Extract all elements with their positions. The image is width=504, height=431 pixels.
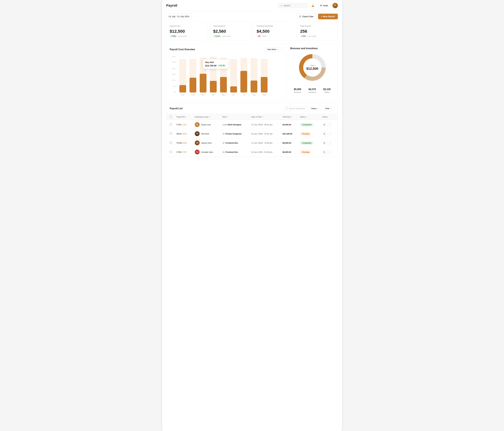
stat-sub-payroll-cost: Last month [178,35,187,37]
row-role-0: Lead UI/UX Designer [220,120,249,129]
svg-text:$25k: $25k [172,61,176,63]
row-select-3[interactable] [170,151,172,153]
stat-badge-pending-payments: -50 [257,35,261,37]
svg-rect-26 [200,74,206,92]
bonus-item-label-others: Others [321,91,333,93]
svg-text:Jul: Jul [243,94,245,96]
search-bar[interactable] [278,3,308,8]
delete-button-2[interactable] [322,141,326,145]
svg-text:Feb: Feb [191,94,195,96]
stat-value-payroll-cost: $12,500 [170,29,204,34]
stat-meta-total-expense: ↗ 0.1% Last month [213,35,247,37]
status-badge-0: Completed [300,123,314,126]
date-range-button[interactable]: 01 July - 31 July 2024 [166,14,192,19]
notification-button[interactable]: 🔔 [310,3,316,9]
list-title: Payroll List [170,107,183,110]
table-row: PYRL-1201 GL Grace Lina Lead UI/UX Desig… [166,120,338,129]
stat-sub-total-expense: Last month [222,35,231,37]
new-payroll-button[interactable]: + New Payroll [318,14,338,19]
stat-label-total-expense: Total Expense [213,25,247,27]
row-id-2: FGHE-0935 [174,138,193,147]
list-card: Payroll List Search employees Status Rol… [166,103,338,157]
search-input[interactable] [284,4,305,7]
bonus-item-val-incentives: $4,375 [306,88,318,91]
delete-button-1[interactable] [322,132,326,136]
row-checkbox-3[interactable] [166,147,174,157]
stat-meta-payroll-cost: ↗ 20% Last month [170,35,204,37]
table-row: MKHL-3020 TK Ted Kord Sr. Product Engine… [166,129,338,138]
col-date[interactable]: Date & Time ⇅ [249,114,280,120]
svg-text:May: May [222,94,225,96]
select-all-checkbox[interactable] [170,116,172,118]
search-employees-icon [286,108,288,109]
donut-center-label: Total [306,64,318,67]
more-options-button-3[interactable] [328,150,332,154]
view-more-button[interactable]: View More [265,47,281,52]
row-checkbox-2[interactable] [166,138,174,147]
toolbar: 01 July - 31 July 2024 Export Data + New… [162,11,342,22]
row-action-0 [320,120,338,129]
status-filter-button[interactable]: Status [309,106,322,111]
svg-point-57 [330,134,330,134]
delete-button-0[interactable] [322,122,326,127]
row-date-1: 20 Jun, 2024 - 07:01 am [249,129,280,138]
col-total-pay[interactable]: Total Pay ⇅ [280,114,298,120]
stat-sub-total-payroll: Last month [307,35,316,37]
more-vertical-icon-2 [329,142,331,144]
invite-button[interactable]: Invite [318,3,330,8]
more-vertical-icon-1 [329,133,331,135]
page-title: Payroll [166,4,177,8]
col-payroll-id[interactable]: Payroll ID ⇅ [174,114,193,120]
stat-badge-payroll-cost: ↗ 20% [170,35,177,37]
stat-card-pending-payments: Pending Payments $4,500 -50 Total [253,22,294,41]
export-button[interactable]: Export Data [296,14,316,19]
svg-text:Mar: Mar [202,94,205,96]
row-checkbox-1[interactable] [166,129,174,138]
more-options-button-0[interactable] [328,122,332,127]
svg-text:$30k: $30k [172,56,176,58]
header-right: 🔔 Invite [278,3,338,9]
col-employee-name[interactable]: Employee name ⇅ [192,114,220,120]
row-role-2: Sr. Frontend Dev [220,138,249,147]
delete-button-3[interactable] [322,150,326,154]
search-icon [280,4,282,7]
row-checkbox-0[interactable] [166,120,174,129]
row-status-0: Completed [298,120,320,129]
tooltip-pct: ↗ 51.3% [217,64,226,67]
bonus-item-bonuses: $5,000 Bonuses [290,88,305,93]
svg-text:$10k: $10k [172,79,176,81]
row-pay-1: $15,180.00 [280,129,298,138]
row-select-1[interactable] [170,133,172,135]
table-row: FGHE-0935 JH James Hunt Sr. Frontend Dev… [166,138,338,147]
trash-icon-2 [323,142,325,144]
more-options-button-1[interactable] [328,132,332,136]
svg-point-0 [281,5,282,6]
avatar [333,3,338,8]
emp-name-1: Ted Kord [201,133,209,135]
col-role[interactable]: Role ⇅ [220,114,249,120]
stat-card-payroll-cost: Payroll Cost $12,500 ↗ 20% Last month [166,22,207,41]
col-checkbox[interactable] [166,114,174,120]
row-date-0: 21 Jun, 2024 - 05:21 pm [249,120,280,129]
bonus-title: Bonuses and Incentives [290,47,334,50]
app-container: Payroll 🔔 Invite 01 July - 31 Ju [162,0,342,431]
stat-badge-total-expense: ↗ 0.1% [213,35,221,37]
svg-point-52 [286,108,288,109]
svg-rect-32 [230,86,237,92]
col-status[interactable]: Status ⇅ [298,114,320,120]
emp-name-2: James Hunt [201,142,211,144]
search-employees-bar[interactable]: Search employees [284,106,307,111]
more-options-button-2[interactable] [328,141,332,145]
row-pay-2: $8,000.00 [280,138,298,147]
chart-title: Payroll Cost Overview [170,48,195,51]
chart-card: Payroll Cost Overview View More May 2024… [166,44,284,100]
role-filter-button[interactable]: Role [323,106,334,111]
svg-point-63 [330,152,330,152]
emp-name-3: Annabel Jean [201,151,213,153]
row-select-2[interactable] [170,142,172,144]
stat-card-total-expense: Total Expense $2,560 ↗ 0.1% Last month [210,22,251,41]
svg-point-59 [330,142,330,143]
svg-text:$20k: $20k [172,68,176,70]
donut-container: Total $12,500 [290,53,334,82]
row-select-0[interactable] [170,123,172,126]
